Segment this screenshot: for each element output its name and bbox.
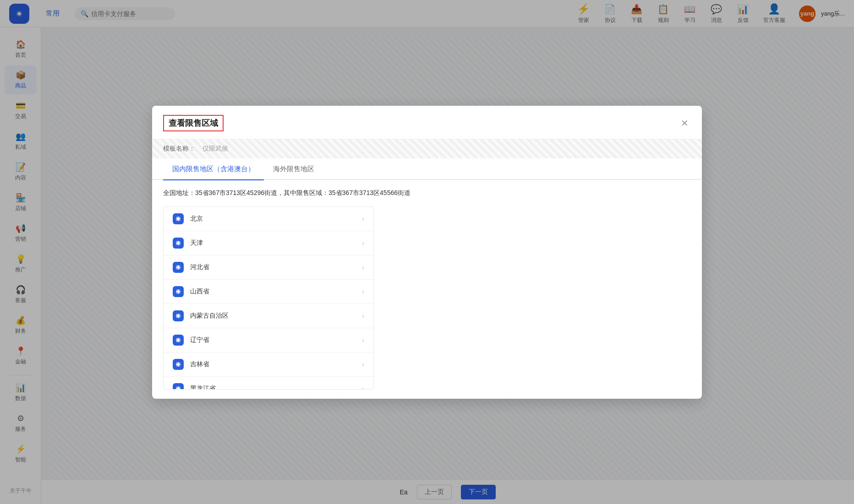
tab-domestic[interactable]: 国内限售地区（含港澳台） [163,158,264,180]
region-badge-hebei [173,262,184,273]
dialog-header: 查看限售区域 ✕ [152,106,702,139]
region-scroll-area[interactable]: 北京 › 天津 › 河北省 [164,207,373,390]
region-name-heilongjiang: 黑龙江省 [190,385,362,390]
region-arrow-liaoning: › [362,336,364,344]
region-badge-shanxi [173,286,184,297]
modal-overlay: 查看限售区域 ✕ 模板名称： 仅限武侯 国内限售地区（含港澳台） 海外限售地区 … [0,0,854,504]
dialog-tabs: 国内限售地区（含港澳台） 海外限售地区 [152,158,702,180]
region-arrow-neimenggu: › [362,312,364,320]
region-badge-neimenggu [173,310,184,321]
region-item-hebei[interactable]: 河北省 › [164,255,373,280]
region-name-jilin: 吉林省 [190,360,362,369]
tab-overseas[interactable]: 海外限售地区 [264,158,323,180]
region-item-liaoning[interactable]: 辽宁省 › [164,328,373,352]
region-arrow-shanxi: › [362,288,364,295]
dialog-body: 全国地址：35省367市3713区45296街道，其中限售区域：35省367市3… [152,180,702,399]
region-badge-tianjin [173,238,184,249]
dialog-view-restricted-region: 查看限售区域 ✕ 模板名称： 仅限武侯 国内限售地区（含港澳台） 海外限售地区 … [152,106,702,399]
region-item-shanxi[interactable]: 山西省 › [164,280,373,304]
region-badge-jilin [173,359,184,370]
region-name-beijing: 北京 [190,215,362,223]
region-name-shanxi: 山西省 [190,287,362,296]
template-label: 模板名称： [163,145,195,153]
region-badge-heilongjiang [173,383,184,390]
region-item-beijing[interactable]: 北京 › [164,207,373,231]
dialog-title: 查看限售区域 [163,115,224,131]
region-badge-liaoning [173,335,184,346]
region-arrow-beijing: › [362,215,364,222]
region-name-tianjin: 天津 [190,239,362,247]
region-arrow-hebei: › [362,264,364,271]
region-item-jilin[interactable]: 吉林省 › [164,352,373,377]
region-name-liaoning: 辽宁省 [190,336,362,344]
address-summary: 全国地址：35省367市3713区45296街道，其中限售区域：35省367市3… [163,189,691,197]
region-item-neimenggu[interactable]: 内蒙古自治区 › [164,304,373,328]
region-list: 北京 › 天津 › 河北省 [163,206,374,390]
region-name-neimenggu: 内蒙古自治区 [190,312,362,320]
region-item-tianjin[interactable]: 天津 › [164,231,373,255]
region-arrow-jilin: › [362,361,364,368]
region-arrow-heilongjiang: › [362,385,364,390]
template-value: 仅限武侯 [203,145,228,153]
close-button[interactable]: ✕ [678,117,691,130]
template-name-row: 模板名称： 仅限武侯 [152,139,702,158]
region-arrow-tianjin: › [362,239,364,247]
region-item-heilongjiang[interactable]: 黑龙江省 › [164,377,373,390]
region-name-hebei: 河北省 [190,263,362,271]
region-badge-beijing [173,213,184,224]
